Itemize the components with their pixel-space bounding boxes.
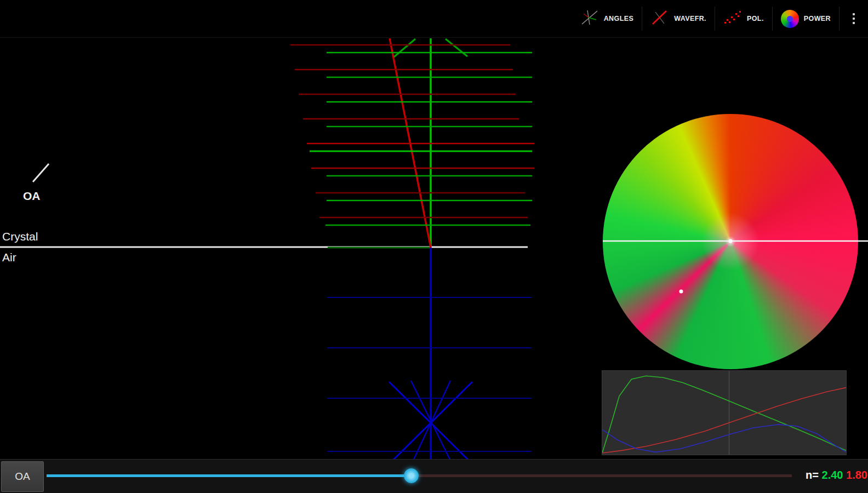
- angles-icon: [580, 9, 599, 28]
- air-medium-label: Air: [2, 251, 16, 264]
- n-label: n=: [806, 469, 819, 481]
- power-button-label: POWER: [804, 15, 831, 22]
- wavefronts-button[interactable]: WAVEFR.: [642, 0, 715, 37]
- power-icon: [781, 10, 799, 28]
- diagram-line: [446, 39, 467, 56]
- overflow-menu-button[interactable]: [840, 0, 868, 37]
- n-ordinary-value: 2.40: [822, 469, 843, 481]
- top-toolbar: ANGLES WAVEFR.: [0, 0, 868, 38]
- diagram-line: [394, 39, 415, 57]
- polarization-button[interactable]: POL.: [715, 0, 772, 37]
- polarization-icon: [723, 9, 742, 28]
- blue-power-curve: [602, 425, 846, 452]
- diagram-line: [390, 38, 431, 248]
- n-extraordinary-value: 1.80: [846, 469, 867, 481]
- polarization-color-wheel[interactable]: [603, 114, 858, 369]
- diagram-line: [412, 381, 450, 463]
- polarization-button-label: POL.: [747, 15, 764, 22]
- slider-fill: [47, 474, 412, 477]
- red-power-curve: [602, 388, 846, 453]
- power-mini-chart: [602, 370, 847, 455]
- diagram-line: [390, 382, 472, 463]
- angle-slider[interactable]: [47, 460, 792, 493]
- power-curves-canvas: [602, 371, 846, 455]
- wavefront-icon: [650, 9, 669, 28]
- angles-button[interactable]: ANGLES: [572, 0, 642, 37]
- overflow-dot: [853, 13, 855, 15]
- wavefronts-button-label: WAVEFR.: [674, 15, 706, 22]
- power-button[interactable]: POWER: [773, 0, 839, 37]
- optic-axis-label: OA: [23, 190, 41, 203]
- angles-button-label: ANGLES: [604, 15, 634, 22]
- overflow-dot: [853, 18, 855, 20]
- crystal-medium-label: Crystal: [2, 230, 38, 243]
- diagram-line: [389, 382, 471, 463]
- diagram-line: [33, 164, 49, 182]
- green-power-curve: [602, 376, 846, 453]
- refractive-index-readout: n= 2.40 1.80: [806, 469, 867, 481]
- oa-toggle-button[interactable]: OA: [1, 461, 44, 492]
- slider-thumb[interactable]: [404, 468, 419, 483]
- overflow-dot: [853, 22, 855, 24]
- toolbar-button-group: ANGLES WAVEFR.: [572, 0, 868, 37]
- diagram-line: [411, 381, 452, 463]
- bottom-control-bar: OA n= 2.40 1.80: [0, 459, 868, 493]
